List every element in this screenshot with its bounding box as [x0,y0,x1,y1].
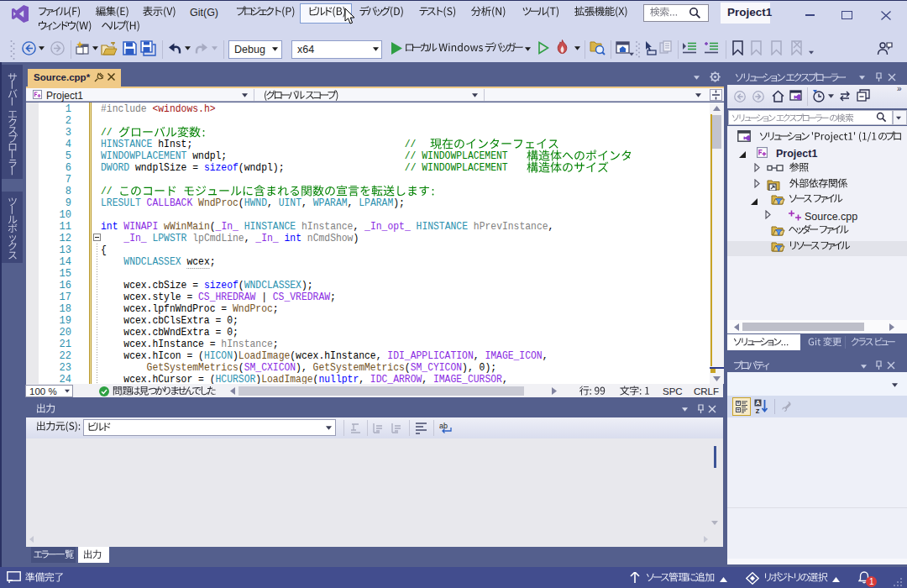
svg-text:Z: Z [756,407,760,415]
svg-text:A: A [756,399,761,407]
svg-text:ab: ab [439,422,448,430]
